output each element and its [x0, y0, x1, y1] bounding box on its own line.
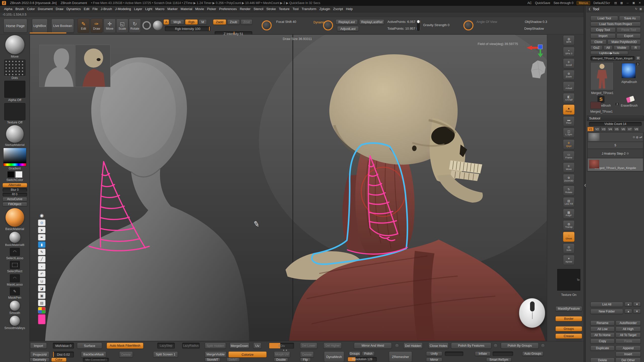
lightbox-tools-button[interactable]: Lightbox▶Tools: [590, 51, 628, 55]
texture-preview-box[interactable]: Te: [557, 269, 580, 291]
floor-button[interactable]: ▬ Floor: [563, 116, 575, 126]
menu-item[interactable]: Stroke: [265, 7, 277, 11]
menu-item[interactable]: Stencil: [252, 7, 265, 11]
blur-slider[interactable]: Blur 0: [3, 188, 27, 192]
paint-icon[interactable]: ◍: [636, 135, 638, 139]
close-icon[interactable]: ✕: [637, 1, 642, 5]
menu-item[interactable]: Light: [144, 7, 154, 11]
crease-button[interactable]: Crease: [555, 334, 582, 339]
recent-tool-thumbnail[interactable]: [590, 102, 601, 109]
dots-stroke-thumbnail[interactable]: [4, 60, 25, 76]
autoreorder-button[interactable]: AutoReorder: [616, 321, 641, 326]
adjust-last-button[interactable]: AdjustLast: [337, 26, 359, 31]
storemt-button[interactable]: StoreMT: [205, 358, 220, 362]
load-tool-button[interactable]: Load Tool: [590, 16, 618, 21]
rgb-intensity-slider[interactable]: Rgb Intensity 100: [165, 26, 211, 31]
alternate-button[interactable]: Alternate: [3, 183, 27, 187]
camera-head-preview[interactable]: [529, 59, 547, 80]
clone-button[interactable]: Clone: [590, 39, 607, 44]
polish-by-features-button[interactable]: Polish By Features: [451, 343, 491, 349]
double-button[interactable]: Double: [274, 358, 288, 362]
gravity-strength-slider[interactable]: Gravity Strength 0: [423, 23, 450, 27]
eye-icon[interactable]: ⊙: [38, 219, 46, 226]
draw-button[interactable]: ✑ Draw: [91, 19, 103, 33]
import-button[interactable]: Import: [590, 33, 616, 38]
groups-button[interactable]: Groups: [555, 326, 582, 331]
current-tool-bar[interactable]: Merged_TPose1_Ryan_Kingsli: [590, 56, 635, 61]
import-button[interactable]: Import: [30, 343, 47, 349]
actual-button[interactable]: ▫ Actual: [563, 81, 575, 92]
delete-button-2[interactable]: Delete: [300, 351, 314, 357]
secondary-color-swatch[interactable]: [15, 171, 22, 178]
copy-button[interactable]: Copy: [590, 339, 615, 344]
deep-shadow-button[interactable]: DeepShadow: [524, 27, 544, 30]
mask-by-feature-button[interactable]: MaskByFeature: [555, 306, 582, 311]
menu-item[interactable]: Marker: [166, 7, 179, 11]
alpha-thumbnail[interactable]: [4, 81, 25, 98]
colorize-button[interactable]: Colorize: [228, 351, 267, 357]
select-lasso-thumbnail[interactable]: ◠: [10, 248, 20, 256]
gravity-knob[interactable]: [417, 20, 420, 23]
goz-button[interactable]: GoZ: [590, 46, 602, 50]
m-button[interactable]: M: [199, 19, 207, 25]
min-connected-slider[interactable]: Min Connected I: [83, 358, 109, 362]
obj-shadow-slider[interactable]: ObjShadow 0.3: [525, 20, 547, 24]
all-low-button[interactable]: All Low: [590, 327, 615, 332]
rotate-button[interactable]: ↻ Rotate: [129, 19, 141, 33]
save-as-button[interactable]: Save As: [619, 16, 641, 21]
mirror-weld-dot-button[interactable]: [395, 344, 399, 348]
all-to-home-button[interactable]: All To Home: [590, 333, 615, 338]
basic-material-b-thumbnail[interactable]: [9, 232, 20, 243]
polyf-button[interactable]: ▩ PolyF: [563, 209, 575, 219]
smooth-brush-thumbnail[interactable]: [10, 301, 20, 311]
color-tab[interactable]: Color: [51, 358, 66, 362]
del-lower-button[interactable]: Del Lower: [300, 343, 317, 349]
dot-icon[interactable]: ●: [38, 263, 46, 270]
subtool-version-tab[interactable]: V5: [614, 127, 620, 131]
default-zscript-button[interactable]: DefaultZScr: [593, 1, 610, 5]
copy-tool-button[interactable]: Copy Tool: [590, 27, 616, 32]
gravity-slider[interactable]: [417, 20, 420, 31]
ac-label[interactable]: AC: [527, 1, 532, 5]
menu-item[interactable]: Color: [25, 7, 36, 11]
linefill-button[interactable]: ▤ Line Fill: [563, 197, 575, 207]
texture-thumbnail[interactable]: [4, 103, 25, 120]
stroke-type-thumbnail[interactable]: [5, 35, 24, 54]
subtool-version-tab[interactable]: V7: [627, 127, 633, 131]
rename-button[interactable]: Rename: [590, 321, 615, 326]
rgb-button[interactable]: Rgb: [185, 19, 198, 25]
menu-item[interactable]: Alpha: [3, 7, 14, 11]
mask-pen-thumbnail[interactable]: ✎: [10, 287, 20, 295]
eye-icon[interactable]: ⊙: [633, 135, 635, 139]
resolution-slider[interactable]: Resolution 128: [348, 357, 377, 361]
mergedown-button[interactable]: MergeDown: [230, 343, 249, 349]
menu-item[interactable]: Layer: [133, 7, 144, 11]
eraser-icon[interactable]: ◪: [38, 285, 46, 292]
minimize-icon[interactable]: ─: [625, 1, 630, 5]
all-to-target-button[interactable]: All To Target: [616, 333, 641, 338]
subtool-version-tab[interactable]: V8: [633, 127, 639, 131]
menu-item[interactable]: Zscript: [332, 7, 344, 11]
subtool-thumbnail[interactable]: [589, 160, 599, 168]
axis-gizmo[interactable]: [526, 44, 547, 59]
delmt-button[interactable]: DelMT: [227, 358, 240, 362]
mirror-button[interactable]: Mirror: [426, 358, 442, 362]
backfacemask-button[interactable]: BackfaceMask: [81, 351, 106, 357]
grid-icon[interactable]: ▦: [619, 1, 624, 5]
move-button[interactable]: ✛ Move: [104, 19, 116, 33]
rotate-button[interactable]: ↻ Rotate: [563, 186, 575, 196]
lightbox-button[interactable]: LightBox: [32, 19, 48, 33]
menu-item[interactable]: J-Brush: [99, 7, 113, 11]
polish-button[interactable]: Polish: [362, 351, 375, 356]
replay-last-rel-button[interactable]: ReplayLastRel: [359, 19, 384, 25]
menu-item[interactable]: J-Modeling: [113, 7, 133, 11]
scale-button[interactable]: ◱ Scale: [116, 19, 128, 33]
folder-up-button[interactable]: ▲: [625, 309, 632, 313]
document-canvas[interactable]: ◉⊙➤✒▮✎╱●↶⊔◪▣▤▦ ✎: [30, 34, 547, 341]
alpha-brush-thumbnail[interactable]: [622, 63, 636, 78]
split-screen-button-2[interactable]: Split Screen 1: [153, 351, 178, 357]
cycle-icon[interactable]: ↻: [635, 7, 637, 11]
see-through-slider[interactable]: See-through 0: [553, 1, 573, 5]
palette-icon[interactable]: ▦: [38, 307, 46, 313]
polish-features-dot-button[interactable]: [494, 344, 498, 348]
